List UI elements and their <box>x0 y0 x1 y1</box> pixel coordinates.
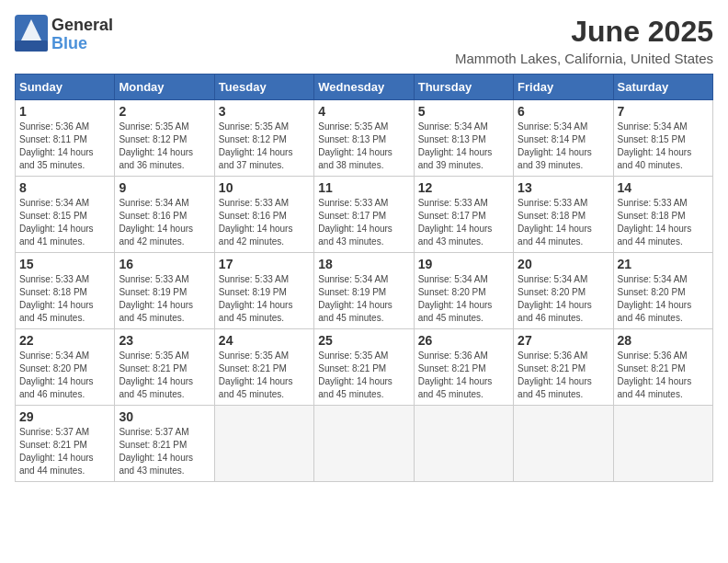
table-row: 9Sunrise: 5:34 AM Sunset: 8:16 PM Daylig… <box>115 177 214 253</box>
day-number: 9 <box>119 180 210 195</box>
day-number: 25 <box>318 333 409 348</box>
table-row: 6Sunrise: 5:34 AM Sunset: 8:14 PM Daylig… <box>514 100 613 177</box>
day-number: 6 <box>518 104 609 119</box>
table-row: 11Sunrise: 5:33 AM Sunset: 8:17 PM Dayli… <box>314 177 414 253</box>
table-row: 17Sunrise: 5:33 AM Sunset: 8:19 PM Dayli… <box>214 253 313 329</box>
table-row: 4Sunrise: 5:35 AM Sunset: 8:13 PM Daylig… <box>314 100 414 177</box>
month-title: June 2025 <box>455 15 713 49</box>
logo-general: General <box>51 17 113 35</box>
day-number: 12 <box>418 180 509 195</box>
col-tuesday: Tuesday <box>214 75 313 100</box>
day-info: Sunrise: 5:33 AM Sunset: 8:18 PM Dayligh… <box>19 273 110 325</box>
day-number: 29 <box>19 409 110 424</box>
table-row: 18Sunrise: 5:34 AM Sunset: 8:19 PM Dayli… <box>314 253 414 329</box>
day-info: Sunrise: 5:34 AM Sunset: 8:19 PM Dayligh… <box>318 273 409 325</box>
day-info: Sunrise: 5:35 AM Sunset: 8:21 PM Dayligh… <box>318 350 409 401</box>
day-info: Sunrise: 5:34 AM Sunset: 8:20 PM Dayligh… <box>518 273 609 325</box>
day-number: 16 <box>119 257 210 271</box>
day-info: Sunrise: 5:34 AM Sunset: 8:20 PM Dayligh… <box>618 273 709 325</box>
day-number: 20 <box>518 257 609 271</box>
table-row: 5Sunrise: 5:34 AM Sunset: 8:13 PM Daylig… <box>414 100 513 177</box>
day-number: 17 <box>219 257 310 271</box>
day-info: Sunrise: 5:35 AM Sunset: 8:13 PM Dayligh… <box>318 121 409 172</box>
table-row: 2Sunrise: 5:35 AM Sunset: 8:12 PM Daylig… <box>115 100 214 177</box>
logo-blue: Blue <box>51 35 113 53</box>
page-container: General Blue June 2025 Mammoth Lakes, Ca… <box>15 15 713 482</box>
day-info: Sunrise: 5:34 AM Sunset: 8:15 PM Dayligh… <box>19 197 110 248</box>
day-info: Sunrise: 5:36 AM Sunset: 8:21 PM Dayligh… <box>618 350 709 401</box>
table-row: 25Sunrise: 5:35 AM Sunset: 8:21 PM Dayli… <box>314 329 414 406</box>
day-number: 30 <box>119 409 210 424</box>
col-wednesday: Wednesday <box>314 75 414 100</box>
table-row: 15Sunrise: 5:33 AM Sunset: 8:18 PM Dayli… <box>16 253 115 329</box>
table-row: 10Sunrise: 5:33 AM Sunset: 8:16 PM Dayli… <box>214 177 313 253</box>
day-number: 8 <box>19 180 110 195</box>
day-number: 22 <box>19 333 110 348</box>
day-info: Sunrise: 5:36 AM Sunset: 8:11 PM Dayligh… <box>19 121 110 172</box>
table-row: 28Sunrise: 5:36 AM Sunset: 8:21 PM Dayli… <box>613 329 712 406</box>
logo: General Blue <box>15 15 113 55</box>
col-sunday: Sunday <box>16 75 115 100</box>
table-row: 16Sunrise: 5:33 AM Sunset: 8:19 PM Dayli… <box>115 253 214 329</box>
table-row <box>314 406 414 482</box>
day-number: 4 <box>318 104 409 119</box>
day-number: 23 <box>119 333 210 348</box>
calendar-header-row: Sunday Monday Tuesday Wednesday Thursday… <box>16 75 713 100</box>
table-row: 8Sunrise: 5:34 AM Sunset: 8:15 PM Daylig… <box>16 177 115 253</box>
day-number: 14 <box>618 180 709 195</box>
day-info: Sunrise: 5:36 AM Sunset: 8:21 PM Dayligh… <box>418 350 509 401</box>
calendar-week-2: 8Sunrise: 5:34 AM Sunset: 8:15 PM Daylig… <box>16 177 713 253</box>
table-row <box>214 406 313 482</box>
day-number: 2 <box>119 104 210 119</box>
day-info: Sunrise: 5:33 AM Sunset: 8:16 PM Dayligh… <box>219 197 310 248</box>
table-row: 26Sunrise: 5:36 AM Sunset: 8:21 PM Dayli… <box>414 329 513 406</box>
calendar-week-1: 1Sunrise: 5:36 AM Sunset: 8:11 PM Daylig… <box>16 100 713 177</box>
day-number: 18 <box>318 257 409 271</box>
svg-rect-2 <box>15 40 48 52</box>
header: General Blue June 2025 Mammoth Lakes, Ca… <box>15 15 713 66</box>
day-info: Sunrise: 5:35 AM Sunset: 8:12 PM Dayligh… <box>219 121 310 172</box>
title-area: June 2025 Mammoth Lakes, California, Uni… <box>455 15 713 66</box>
col-saturday: Saturday <box>613 75 712 100</box>
day-number: 10 <box>219 180 310 195</box>
col-thursday: Thursday <box>414 75 513 100</box>
day-info: Sunrise: 5:35 AM Sunset: 8:12 PM Dayligh… <box>119 121 210 172</box>
day-number: 27 <box>518 333 609 348</box>
location-subtitle: Mammoth Lakes, California, United States <box>455 51 713 66</box>
col-friday: Friday <box>514 75 613 100</box>
day-number: 26 <box>418 333 509 348</box>
day-info: Sunrise: 5:37 AM Sunset: 8:21 PM Dayligh… <box>119 426 210 477</box>
day-number: 19 <box>418 257 509 271</box>
calendar-table: Sunday Monday Tuesday Wednesday Thursday… <box>15 74 713 482</box>
day-number: 21 <box>618 257 709 271</box>
day-number: 11 <box>318 180 409 195</box>
day-number: 15 <box>19 257 110 271</box>
table-row: 21Sunrise: 5:34 AM Sunset: 8:20 PM Dayli… <box>613 253 712 329</box>
calendar-week-5: 29Sunrise: 5:37 AM Sunset: 8:21 PM Dayli… <box>16 406 713 482</box>
day-info: Sunrise: 5:33 AM Sunset: 8:19 PM Dayligh… <box>219 273 310 325</box>
day-info: Sunrise: 5:35 AM Sunset: 8:21 PM Dayligh… <box>119 350 210 401</box>
day-info: Sunrise: 5:34 AM Sunset: 8:15 PM Dayligh… <box>618 121 709 172</box>
day-number: 3 <box>219 104 310 119</box>
table-row: 3Sunrise: 5:35 AM Sunset: 8:12 PM Daylig… <box>214 100 313 177</box>
table-row: 24Sunrise: 5:35 AM Sunset: 8:21 PM Dayli… <box>214 329 313 406</box>
day-info: Sunrise: 5:35 AM Sunset: 8:21 PM Dayligh… <box>219 350 310 401</box>
calendar-week-4: 22Sunrise: 5:34 AM Sunset: 8:20 PM Dayli… <box>16 329 713 406</box>
day-info: Sunrise: 5:34 AM Sunset: 8:20 PM Dayligh… <box>19 350 110 401</box>
day-number: 13 <box>518 180 609 195</box>
table-row: 1Sunrise: 5:36 AM Sunset: 8:11 PM Daylig… <box>16 100 115 177</box>
table-row: 30Sunrise: 5:37 AM Sunset: 8:21 PM Dayli… <box>115 406 214 482</box>
table-row: 14Sunrise: 5:33 AM Sunset: 8:18 PM Dayli… <box>613 177 712 253</box>
day-info: Sunrise: 5:34 AM Sunset: 8:14 PM Dayligh… <box>518 121 609 172</box>
day-info: Sunrise: 5:33 AM Sunset: 8:17 PM Dayligh… <box>318 197 409 248</box>
col-monday: Monday <box>115 75 214 100</box>
day-number: 24 <box>219 333 310 348</box>
table-row: 23Sunrise: 5:35 AM Sunset: 8:21 PM Dayli… <box>115 329 214 406</box>
table-row <box>613 406 712 482</box>
day-number: 1 <box>19 104 110 119</box>
day-info: Sunrise: 5:34 AM Sunset: 8:13 PM Dayligh… <box>418 121 509 172</box>
table-row: 22Sunrise: 5:34 AM Sunset: 8:20 PM Dayli… <box>16 329 115 406</box>
day-info: Sunrise: 5:33 AM Sunset: 8:18 PM Dayligh… <box>518 197 609 248</box>
table-row: 7Sunrise: 5:34 AM Sunset: 8:15 PM Daylig… <box>613 100 712 177</box>
table-row: 27Sunrise: 5:36 AM Sunset: 8:21 PM Dayli… <box>514 329 613 406</box>
